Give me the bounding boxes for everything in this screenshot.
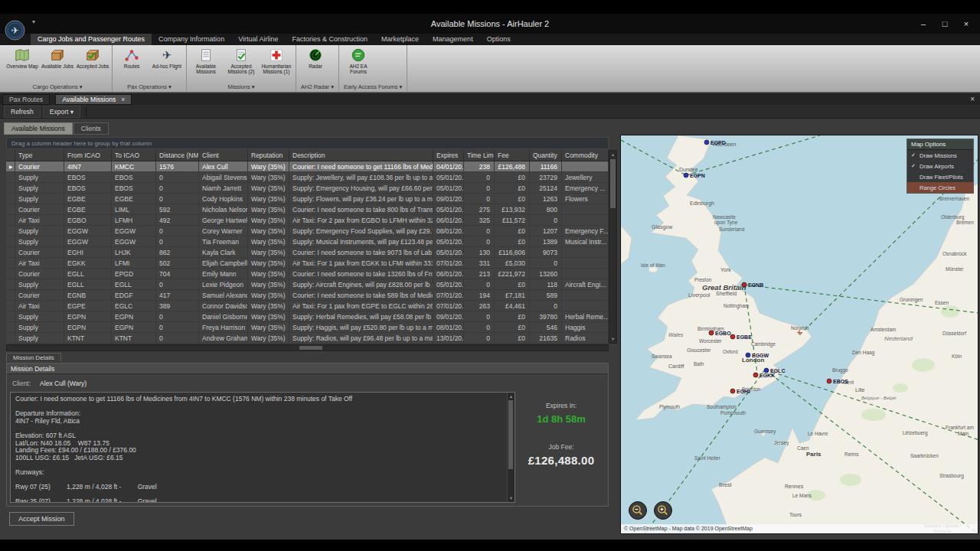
cell-distance: 0 xyxy=(156,333,199,343)
mission-row[interactable]: CourierEGHILHJK862Kayla ClarkWary (35%)C… xyxy=(6,247,609,258)
tab-close-icon[interactable]: × xyxy=(121,96,125,103)
mission-row[interactable]: SupplyEGPNEGPN0Freya HarrisonWary (35%)S… xyxy=(6,322,609,333)
map-option-range-circles[interactable]: Range Circles xyxy=(907,182,973,193)
ribbon-button-ah2-ea-forums[interactable]: AH2 EA Forums xyxy=(341,46,376,83)
ribbon-button-available-jobs[interactable]: Available Jobs xyxy=(40,46,75,83)
menu-tab-options[interactable]: Options xyxy=(480,34,518,45)
scrollbar-thumb[interactable] xyxy=(299,346,322,350)
mission-row[interactable]: SupplyEBOSEBOS0Niamh JarrettWary (35%)Su… xyxy=(6,183,609,194)
mission-row[interactable]: SupplyKTNTKTNT0Andrew GrahamWary (35%)Su… xyxy=(6,333,609,344)
maximize-button[interactable]: □ xyxy=(934,16,956,31)
grid-horizontal-scrollbar[interactable] xyxy=(6,344,609,351)
mission-row[interactable]: SupplyEGLLEGLL0Lexie PidgeonWary (35%)Su… xyxy=(6,279,609,290)
airport-marker-ebos[interactable]: EBOS xyxy=(827,379,848,384)
grid-vertical-scrollbar[interactable]: ▲ ▼ xyxy=(609,150,617,344)
column-header-client[interactable]: Client xyxy=(199,150,248,161)
mission-row[interactable]: Air TaxiEGKKLFMI502Elijah CampbellWary (… xyxy=(6,258,609,269)
mission-row[interactable]: CourierEGNBEDGF417Samuel AlexanderWary (… xyxy=(6,290,609,301)
airport-marker-egpd[interactable]: EGPD xyxy=(704,140,726,145)
map-panel[interactable]: AberdeenDundeeEdinburghGlasgowNewcastleu… xyxy=(620,135,978,534)
column-header-to-icao[interactable]: To ICAO xyxy=(112,150,156,161)
ribbon-button-accepted-jobs[interactable]: Accepted Jobs xyxy=(75,46,110,83)
menu-tab-marketplace[interactable]: Marketplace xyxy=(374,34,426,45)
row-selector xyxy=(6,301,15,311)
map-option-draw-fleet-pilots[interactable]: Draw Fleet/Pilots xyxy=(907,171,973,182)
accept-mission-button[interactable]: Accept Mission xyxy=(9,512,74,526)
row-selector xyxy=(6,247,15,257)
scroll-up-icon[interactable]: ▲ xyxy=(609,151,616,158)
column-header-fee[interactable]: Fee xyxy=(495,150,530,161)
ribbon-button-ad-hoc-flight[interactable]: ✈Ad-hoc Flight xyxy=(149,46,185,83)
column-header-quantity[interactable]: Quantity xyxy=(530,150,562,161)
cell-reputation: Wary (35%) xyxy=(248,247,289,257)
tab-available-missions-view[interactable]: Available Missions xyxy=(4,122,73,135)
mission-description-box[interactable]: Courier: I need someone to get 11166 lbs… xyxy=(10,392,515,503)
column-header-description[interactable]: Description xyxy=(289,150,433,161)
cell-reputation: Wary (35%) xyxy=(248,161,289,171)
column-header-type[interactable]: Type xyxy=(15,150,64,161)
airport-marker-eggw[interactable]: EGGW xyxy=(746,353,769,358)
mission-row[interactable]: SupplyEGBEEGBE0Cody HopkinsWary (35%)Sup… xyxy=(6,194,609,204)
map-option-draw-missions[interactable]: ✓Draw Missions xyxy=(907,150,973,161)
ribbon-button-available-missions[interactable]: Available Missions xyxy=(188,46,224,83)
mission-row[interactable]: CourierEGBELIML592Nicholas NelsonWary (3… xyxy=(6,204,609,215)
description-scrollbar[interactable]: ▲ ▼ xyxy=(507,393,514,502)
mission-row[interactable]: CourierEGLLEPGD704Emily MannWary (35%)Co… xyxy=(6,269,609,279)
mission-row[interactable]: Air TaxiEGBOLFMH492George HartwellWary (… xyxy=(6,215,609,226)
ribbon-button-accepted-missions-2[interactable]: Accepted Missions (2) xyxy=(224,46,259,83)
tab-clients-view[interactable]: Clients xyxy=(74,122,109,135)
refresh-button[interactable]: Refresh xyxy=(4,106,41,118)
tabbar-close-icon[interactable]: × xyxy=(970,95,975,103)
menu-tab-company-information[interactable]: Company Information xyxy=(152,34,231,45)
mission-row[interactable]: SupplyEGGWEGGW0Tia FreemanWary (35%)Supp… xyxy=(6,236,609,247)
scrollbar-thumb[interactable] xyxy=(508,400,513,469)
waypoint-cross-icon[interactable]: + xyxy=(797,328,802,337)
group-by-hint-bar[interactable]: Drag a column header here to group by th… xyxy=(6,137,609,149)
airport-marker-egkk[interactable]: EGKK xyxy=(753,373,775,378)
close-button[interactable]: × xyxy=(956,16,977,31)
map-option-draw-airports[interactable]: ✓Draw Airports xyxy=(907,161,973,171)
scroll-down-icon[interactable]: ▼ xyxy=(508,494,514,502)
menu-tab-factories-construction[interactable]: Factories & Construction xyxy=(286,34,375,45)
column-header-expires[interactable]: Expires xyxy=(433,150,464,161)
app-logo-icon[interactable]: ✈ xyxy=(5,20,25,41)
airport-marker-egnb[interactable]: EGNB xyxy=(742,282,763,288)
column-header-time-limit[interactable]: Time Limit xyxy=(464,150,495,161)
ribbon-button-routes[interactable]: Routes xyxy=(114,46,149,83)
column-header-from-icao[interactable]: From ICAO xyxy=(64,150,112,161)
cell-expires: 09/01/20... xyxy=(433,311,464,321)
scroll-up-icon[interactable]: ▲ xyxy=(508,393,514,400)
ribbon-button-radar[interactable]: Radar xyxy=(298,46,333,83)
scrollbar-thumb[interactable] xyxy=(610,159,616,208)
airport-marker-eghi[interactable]: EGHI xyxy=(730,389,750,394)
ribbon-button-humanitarian-missions-1[interactable]: Humanitarian Missions (1) xyxy=(259,46,294,83)
ribbon-button-overview-map[interactable]: Overview Map xyxy=(5,46,40,83)
row-selector xyxy=(6,204,15,214)
column-header-reputation[interactable]: Reputation xyxy=(248,150,289,161)
tab-available-missions[interactable]: Available Missions× xyxy=(55,94,132,105)
ribbon-group-early-access-forums: AH2 EA ForumsEarly Access Forums ▾ xyxy=(339,45,407,92)
zoom-in-button[interactable] xyxy=(654,501,672,520)
tab-pax-routes[interactable]: Pax Routes xyxy=(2,94,50,105)
export-button[interactable]: Export ▾ xyxy=(43,106,80,118)
menu-tab-cargo-jobs-and-passenger-routes[interactable]: Cargo Jobs and Passenger Routes xyxy=(31,34,152,45)
airport-marker-egbo[interactable]: EGBO xyxy=(709,331,731,336)
airport-marker-egpn[interactable]: EGPN xyxy=(684,173,705,178)
mission-row[interactable]: SupplyEGGWEGGW0Corey WarnerWary (35%)Sup… xyxy=(6,226,609,236)
mission-row[interactable]: ▶Courier4IN7KMCC1576Alex CullWary (35%)C… xyxy=(6,161,609,172)
column-header-distance-nm[interactable]: Distance (NM) xyxy=(156,150,199,161)
mission-details-tab[interactable]: Mission Details xyxy=(6,353,61,362)
menu-tab-virtual-airline[interactable]: Virtual Airline xyxy=(231,34,285,45)
row-selector xyxy=(6,279,15,289)
minimize-button[interactable]: – xyxy=(913,16,934,31)
row-selector xyxy=(6,194,15,204)
menu-tab-management[interactable]: Management xyxy=(426,34,480,45)
mission-row[interactable]: Air TaxiEGPEEGLC389Connor DavidsonWary (… xyxy=(6,301,609,311)
airport-marker-egbe[interactable]: EGBE xyxy=(730,334,752,340)
mission-row[interactable]: SupplyEBOSEBOS0Abigail StevensWary (35%)… xyxy=(6,172,609,183)
zoom-out-button[interactable] xyxy=(629,501,647,520)
scroll-down-icon[interactable]: ▼ xyxy=(609,335,616,343)
column-header-commodity[interactable]: Commodity xyxy=(562,150,609,161)
cell-from: EGBE xyxy=(64,204,112,214)
mission-row[interactable]: SupplyEGPNEGPN0Daniel GisborneWary (35%)… xyxy=(6,311,609,322)
